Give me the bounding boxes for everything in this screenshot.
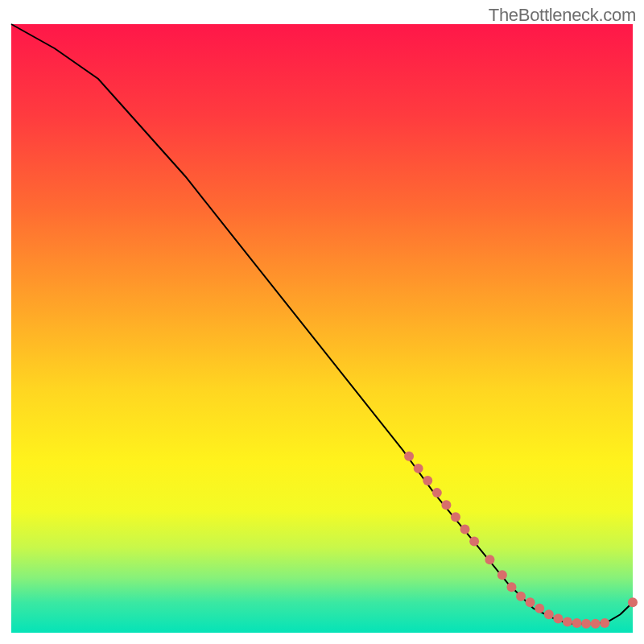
- data-marker: [469, 537, 479, 547]
- data-marker: [441, 500, 451, 510]
- watermark-text: TheBottleneck.com: [489, 5, 636, 26]
- data-marker: [526, 597, 535, 607]
- data-marker: [600, 618, 609, 628]
- data-marker: [553, 614, 563, 624]
- data-marker: [516, 592, 526, 601]
- data-marker: [423, 476, 432, 485]
- bottleneck-chart: [0, 0, 644, 644]
- data-marker: [628, 597, 638, 607]
- data-marker: [581, 619, 591, 629]
- data-marker: [414, 464, 423, 473]
- data-marker: [460, 524, 470, 534]
- data-marker: [544, 609, 554, 619]
- data-marker: [404, 452, 414, 461]
- data-marker: [451, 512, 460, 522]
- data-marker: [506, 582, 516, 592]
- plot-background: [11, 24, 633, 633]
- data-marker: [432, 488, 442, 497]
- data-marker: [497, 570, 507, 580]
- data-marker: [485, 555, 494, 564]
- data-marker: [535, 604, 544, 613]
- chart-container: TheBottleneck.com: [0, 0, 644, 644]
- data-marker: [572, 618, 582, 628]
- data-marker: [591, 619, 601, 629]
- data-marker: [563, 617, 572, 626]
